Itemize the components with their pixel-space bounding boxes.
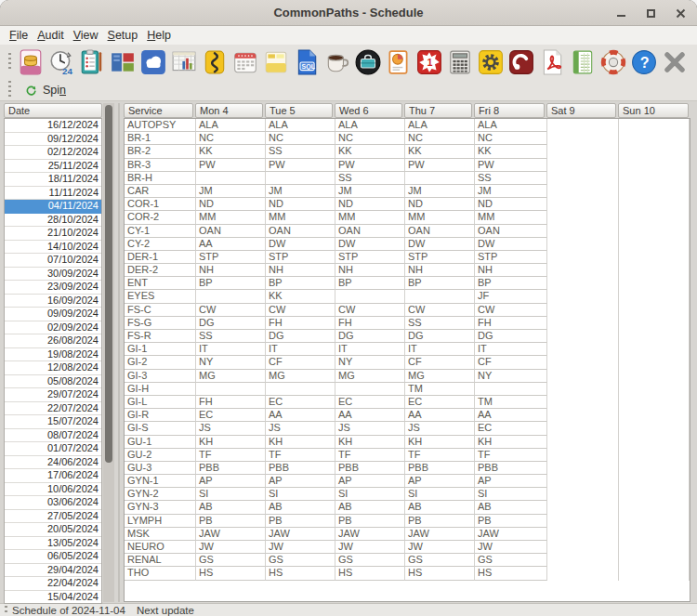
assignment-cell[interactable]: GS	[405, 554, 475, 567]
gear-icon[interactable]	[478, 49, 504, 75]
column-header-mon-4[interactable]: Mon 4	[195, 103, 263, 118]
weekend-cell[interactable]	[619, 251, 690, 264]
assignment-cell[interactable]: ALA	[196, 119, 266, 132]
weekend-cell[interactable]	[619, 449, 690, 462]
weekend-cell[interactable]	[547, 515, 619, 528]
weekend-cell[interactable]	[619, 462, 690, 475]
service-cell[interactable]: THO	[125, 567, 196, 580]
service-cell[interactable]: MSK	[125, 528, 196, 541]
date-row[interactable]: 23/09/2024	[5, 281, 101, 295]
assignment-cell[interactable]: DW	[335, 238, 405, 251]
date-row[interactable]: 02/12/2024	[5, 146, 101, 160]
date-row[interactable]: 15/04/2024	[5, 591, 101, 605]
weekend-cell[interactable]	[547, 343, 619, 356]
weekend-cell[interactable]	[619, 198, 690, 211]
lifebuoy-icon[interactable]	[600, 49, 626, 75]
date-row[interactable]: 29/07/2024	[5, 388, 101, 402]
weekend-cell[interactable]	[619, 370, 690, 383]
assignment-cell[interactable]: TF	[405, 449, 475, 462]
weekend-cell[interactable]	[547, 119, 619, 132]
weekend-cell[interactable]	[547, 304, 619, 317]
clipboard-tasks-icon[interactable]	[79, 49, 105, 75]
service-cell[interactable]: COR-1	[125, 198, 196, 211]
assignment-cell[interactable]: EC	[475, 422, 547, 435]
assignment-cell[interactable]: STP	[475, 251, 547, 264]
assignment-cell[interactable]: DW	[475, 238, 547, 251]
assignment-cell[interactable]: DG	[266, 330, 335, 343]
service-cell[interactable]: RENAL	[125, 554, 196, 567]
cloud-icon[interactable]	[140, 49, 166, 75]
assignment-cell[interactable]: SS	[335, 172, 405, 185]
weekend-cell[interactable]	[619, 567, 690, 580]
weekend-cell[interactable]	[547, 567, 619, 580]
weekend-cell[interactable]	[619, 436, 690, 449]
weekend-cell[interactable]	[619, 356, 690, 369]
assignment-cell[interactable]: SS	[266, 145, 335, 158]
date-row[interactable]: 08/07/2024	[5, 429, 101, 443]
assignment-cell[interactable]: PBB	[475, 462, 547, 475]
date-row[interactable]: 16/12/2024	[5, 119, 101, 133]
assignment-cell[interactable]: AP	[196, 475, 266, 488]
date-scrollbar-thumb[interactable]	[105, 105, 112, 463]
assignment-cell[interactable]: DW	[405, 238, 475, 251]
weekend-cell[interactable]	[619, 422, 690, 435]
assignment-cell[interactable]: KH	[196, 436, 266, 449]
weekend-cell[interactable]	[619, 119, 690, 132]
date-row[interactable]: 26/08/2024	[5, 334, 101, 348]
date-row[interactable]: 24/06/2024	[5, 456, 101, 470]
date-scrollbar[interactable]	[103, 103, 114, 602]
assignment-cell[interactable]: EC	[266, 396, 335, 409]
assignment-cell[interactable]	[196, 383, 266, 396]
sql-document-icon[interactable]: SQL	[294, 49, 320, 75]
assignment-cell[interactable]: HS	[335, 567, 405, 580]
weekend-cell[interactable]	[619, 238, 690, 251]
menu-item-audit[interactable]: Audit	[33, 28, 69, 43]
spreadsheet-chart-icon[interactable]	[171, 49, 197, 75]
weekend-cell[interactable]	[547, 317, 619, 330]
assignment-cell[interactable]: TF	[475, 449, 547, 462]
date-row[interactable]: 16/09/2024	[5, 295, 101, 308]
weekend-cell[interactable]	[619, 159, 690, 172]
weekend-cell[interactable]	[547, 422, 619, 435]
assignment-cell[interactable]: HS	[266, 567, 335, 580]
assignment-cell[interactable]: NC	[266, 132, 335, 145]
assignment-cell[interactable]	[196, 290, 266, 303]
assignment-cell[interactable]	[335, 290, 405, 303]
assignment-cell[interactable]: JAW	[405, 528, 475, 541]
assignment-cell[interactable]: AA	[266, 409, 335, 422]
weekend-cell[interactable]	[619, 185, 690, 198]
date-row[interactable]: 09/09/2024	[5, 308, 101, 321]
assignment-cell[interactable]: STP	[335, 251, 405, 264]
column-header-sat-9[interactable]: Sat 9	[546, 103, 616, 118]
assignment-cell[interactable]: JS	[196, 422, 266, 435]
date-row[interactable]: 10/06/2024	[5, 483, 101, 497]
service-cell[interactable]: COR-2	[125, 211, 196, 224]
assignment-cell[interactable]: TF	[335, 449, 405, 462]
assignment-cell[interactable]: BP	[475, 277, 547, 290]
assignment-cell[interactable]: SI	[475, 488, 547, 501]
date-row[interactable]: 19/08/2024	[5, 348, 101, 362]
assignment-cell[interactable]: HS	[475, 567, 547, 580]
assignment-cell[interactable]: PW	[196, 159, 266, 172]
briefcase-icon[interactable]	[355, 49, 381, 75]
assignment-cell[interactable]: PB	[266, 515, 335, 528]
assignment-cell[interactable]: AP	[405, 475, 475, 488]
spin-button[interactable]: Spin	[21, 83, 70, 98]
alert-burst-icon[interactable]: 1	[416, 49, 442, 75]
spin-toolbar-drag-handle[interactable]	[8, 81, 11, 99]
assignment-cell[interactable]: JS	[405, 422, 475, 435]
assignment-cell[interactable]: DG	[475, 330, 547, 343]
column-header-thu-7[interactable]: Thu 7	[404, 103, 472, 118]
assignment-cell[interactable]: AB	[475, 501, 547, 514]
assignment-cell[interactable]: KH	[405, 436, 475, 449]
date-row[interactable]: 01/07/2024	[5, 442, 101, 456]
weekend-cell[interactable]	[547, 356, 619, 369]
weekend-cell[interactable]	[547, 290, 619, 303]
column-header-tue-5[interactable]: Tue 5	[265, 103, 333, 118]
service-cell[interactable]: EYES	[125, 290, 196, 303]
assignment-cell[interactable]: KH	[335, 436, 405, 449]
assignment-cell[interactable]: JAW	[196, 528, 266, 541]
weekend-cell[interactable]	[547, 251, 619, 264]
assignment-cell[interactable]: JM	[335, 185, 405, 198]
assignment-cell[interactable]: GS	[266, 554, 335, 567]
